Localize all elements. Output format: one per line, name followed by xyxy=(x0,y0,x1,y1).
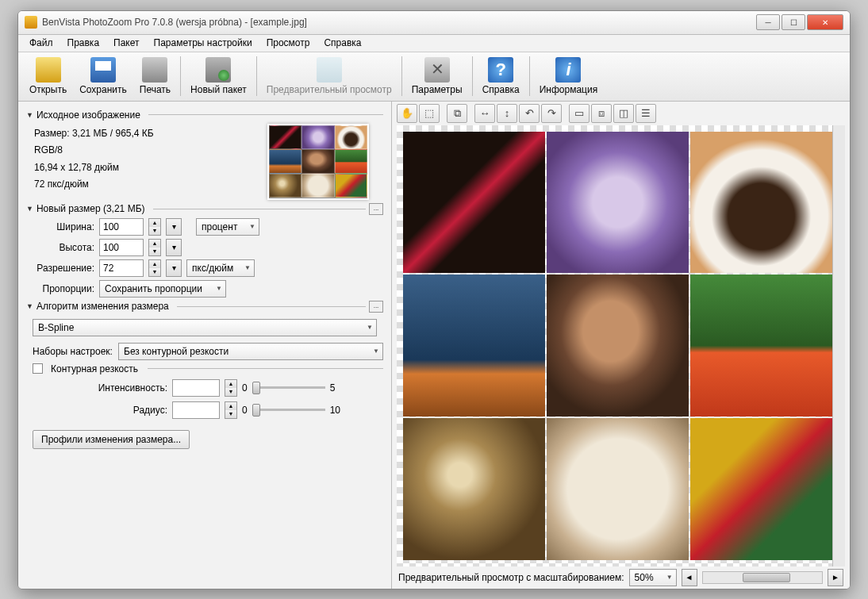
info-button[interactable]: iИнформация xyxy=(533,56,604,97)
app-icon xyxy=(25,16,37,29)
save-button[interactable]: Сохранить xyxy=(73,56,133,97)
print-button[interactable]: Печать xyxy=(133,56,177,97)
preview-icon xyxy=(317,57,342,83)
preview-button[interactable]: Предварительный просмотр xyxy=(260,56,398,97)
unsharp-checkbox[interactable] xyxy=(33,363,43,374)
source-section-header[interactable]: ▼ Исходное изображение xyxy=(26,109,383,121)
width-spinner[interactable]: ▲▼ xyxy=(148,218,161,236)
minimize-button[interactable]: ─ xyxy=(756,14,780,30)
intensity-slider[interactable] xyxy=(252,386,325,389)
params-icon xyxy=(424,57,450,83)
resolution-input[interactable] xyxy=(99,259,144,277)
open-button[interactable]: Открыть xyxy=(23,56,73,97)
thumbnail[interactable] xyxy=(267,124,369,200)
height-input[interactable] xyxy=(99,239,144,256)
preview-panel: ✋ ⬚ ⧉ ↔ ↕ ↶ ↷ ▭ ⧈ ◫ ☰ xyxy=(391,102,850,589)
radius-slider[interactable] xyxy=(252,409,325,411)
save-icon xyxy=(90,57,116,83)
help-icon: ? xyxy=(488,57,513,83)
menu-help[interactable]: Справка xyxy=(317,36,367,50)
photo-tile xyxy=(403,132,545,274)
photo-tile xyxy=(403,275,545,417)
batch-icon xyxy=(205,57,231,83)
new-batch-button[interactable]: Новый пакет xyxy=(184,56,253,97)
menu-batch[interactable]: Пакет xyxy=(107,36,145,50)
height-spinner[interactable]: ▲▼ xyxy=(148,239,161,256)
params-button[interactable]: Параметры xyxy=(405,56,469,97)
photo-tile xyxy=(547,275,689,417)
preview-canvas[interactable] xyxy=(397,125,845,566)
menu-view[interactable]: Просмотр xyxy=(260,36,317,50)
scroll-right-button[interactable]: ► xyxy=(828,569,843,586)
presets-label: Наборы настроек: xyxy=(26,346,113,357)
collapse-icon: ▼ xyxy=(26,111,33,119)
window-title: BenVista PhotoZoom Pro 7.0.8 (wersja pró… xyxy=(42,17,756,28)
app-window: BenVista PhotoZoom Pro 7.0.8 (wersja pró… xyxy=(17,10,851,589)
collapse-icon: ▼ xyxy=(26,302,33,310)
view-split-v-button[interactable]: ◫ xyxy=(613,104,634,123)
width-input[interactable] xyxy=(99,218,144,236)
radius-spinner[interactable]: ▲▼ xyxy=(225,401,237,419)
vertical-scrollbar[interactable] xyxy=(832,125,845,566)
info-icon: i xyxy=(555,57,581,83)
menu-edit[interactable]: Правка xyxy=(61,36,106,50)
settings-panel: ▼ Исходное изображение Размер: 3,21 МБ /… xyxy=(18,102,391,589)
flip-h-button[interactable]: ↔ xyxy=(474,104,495,123)
rotate-cw-button[interactable]: ↷ xyxy=(541,104,562,123)
radius-label: Радиус: xyxy=(33,405,167,416)
aspect-dropdown[interactable]: Сохранить пропорции xyxy=(99,280,226,298)
zoom-label: Предварительный просмотр с масштабирован… xyxy=(398,572,624,583)
open-icon xyxy=(36,57,61,83)
size-unit-dropdown[interactable]: процент xyxy=(196,218,259,236)
help-button[interactable]: ?Справка xyxy=(476,56,526,97)
photo-tile xyxy=(690,132,832,274)
presets-dropdown[interactable]: Без контурной резкости xyxy=(118,343,383,360)
main-toolbar: Открыть Сохранить Печать Новый пакет Пре… xyxy=(18,52,850,102)
photo-tile xyxy=(547,132,689,274)
horizontal-scrollbar[interactable] xyxy=(702,571,823,584)
scroll-left-button[interactable]: ◄ xyxy=(682,569,697,586)
algo-section-header[interactable]: ▼ Алгоритм изменения размера ... xyxy=(26,301,383,313)
menu-file[interactable]: Файл xyxy=(23,36,60,50)
aspect-label: Пропорции: xyxy=(33,283,94,294)
height-link-button[interactable]: ▾ xyxy=(166,239,182,256)
radius-input[interactable] xyxy=(172,401,220,419)
close-button[interactable]: ✕ xyxy=(807,14,843,30)
resolution-unit-dropdown[interactable]: пкс/дюйм xyxy=(186,259,255,277)
method-dropdown[interactable]: B-Spline xyxy=(33,319,377,336)
maximize-button[interactable]: ☐ xyxy=(782,14,805,30)
collapse-icon: ▼ xyxy=(26,205,33,213)
resolution-link-button[interactable]: ▾ xyxy=(166,259,182,277)
unsharp-label: Контурная резкость xyxy=(51,363,138,374)
view-stack-button[interactable]: ☰ xyxy=(636,104,656,123)
view-toolbar: ✋ ⬚ ⧉ ↔ ↕ ↶ ↷ ▭ ⧈ ◫ ☰ xyxy=(392,102,850,125)
resize-profiles-button[interactable]: Профили изменения размера... xyxy=(33,430,190,449)
rotate-ccw-button[interactable]: ↶ xyxy=(519,104,540,123)
photo-tile xyxy=(690,275,832,417)
width-link-button[interactable]: ▾ xyxy=(166,218,182,236)
menubar: Файл Правка Пакет Параметры настройки Пр… xyxy=(18,35,850,52)
hand-tool-button[interactable]: ✋ xyxy=(397,104,417,123)
flip-v-button[interactable]: ↕ xyxy=(497,104,517,123)
view-split-h-button[interactable]: ⧈ xyxy=(591,104,612,123)
photo-tile xyxy=(403,418,545,560)
intensity-spinner[interactable]: ▲▼ xyxy=(225,379,237,397)
photo-tile xyxy=(690,418,832,560)
newsize-section-header[interactable]: ▼ Новый размер (3,21 МБ) ... xyxy=(26,203,383,215)
select-tool-button[interactable]: ⬚ xyxy=(419,104,440,123)
height-label: Высота: xyxy=(33,242,94,253)
intensity-label: Интенсивность: xyxy=(33,382,167,394)
titlebar[interactable]: BenVista PhotoZoom Pro 7.0.8 (wersja pró… xyxy=(18,11,850,35)
width-label: Ширина: xyxy=(33,221,94,232)
newsize-options-button[interactable]: ... xyxy=(369,203,383,215)
print-icon xyxy=(142,57,167,83)
algo-options-button[interactable]: ... xyxy=(369,301,383,313)
intensity-input[interactable] xyxy=(172,379,220,397)
photo-tile xyxy=(547,418,689,560)
resolution-spinner[interactable]: ▲▼ xyxy=(148,259,161,277)
resolution-label: Разрешение: xyxy=(33,263,94,274)
view-single-button[interactable]: ▭ xyxy=(569,104,590,123)
crop-tool-button[interactable]: ⧉ xyxy=(447,104,467,123)
zoom-dropdown[interactable]: 50% xyxy=(629,569,677,586)
menu-settings[interactable]: Параметры настройки xyxy=(148,36,259,50)
